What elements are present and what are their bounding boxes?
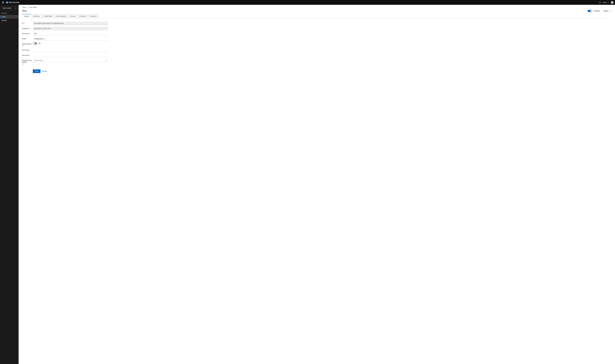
avatar-icon (611, 2, 613, 3)
id-label: ID * (22, 22, 33, 24)
breadcrumb-current: User details (29, 7, 37, 8)
top-header: KEYCLOAK ? demo (0, 0, 615, 5)
header-left: KEYCLOAK (1, 1, 20, 4)
enabled-switch[interactable] (588, 10, 592, 12)
action-dropdown-button[interactable]: Action (602, 9, 612, 13)
page-header-actions: Enabled Action (588, 9, 612, 13)
menu-toggle-button[interactable] (1, 1, 4, 4)
realm-selector[interactable]: demo-demo (1, 6, 17, 10)
header-right: ? demo (599, 1, 614, 4)
first-name-field[interactable] (33, 48, 108, 52)
caret-down-icon (15, 8, 16, 8)
select-placeholder: Select action (34, 59, 43, 61)
required-actions-label: Required user actions? (22, 59, 33, 65)
email-verified-switch[interactable] (33, 42, 37, 44)
username-label: Username * (22, 32, 33, 35)
username-field[interactable] (33, 32, 108, 35)
last-name-field[interactable] (33, 53, 108, 57)
switch-knob (33, 42, 35, 44)
sidebar-item-groups[interactable]: Groups (0, 19, 19, 22)
username-label: demo (603, 1, 607, 3)
breadcrumb: Users ❯ User details (22, 7, 612, 8)
caret-down-icon (106, 60, 107, 61)
save-button[interactable]: Save (33, 69, 41, 73)
help-icon[interactable]: ? (23, 45, 24, 47)
caret-down-icon (609, 11, 610, 11)
sidebar-section-label: Manage (0, 11, 19, 15)
main-content: Users ❯ User details Test Enabled Action… (19, 5, 615, 364)
revert-button[interactable]: Revert (42, 69, 47, 73)
hamburger-icon (2, 2, 4, 3)
user-menu-dropdown[interactable]: demo (603, 1, 609, 3)
breadcrumb-root-link[interactable]: Users (22, 7, 26, 8)
help-icon[interactable]: ? (22, 64, 24, 65)
tabs: Details Attributes Credentials Role mapp… (22, 14, 612, 18)
logo-text: KEYCLOAK (9, 1, 20, 3)
tab-credentials[interactable]: Credentials (42, 14, 54, 18)
tab-groups[interactable]: Groups (68, 14, 77, 18)
page-header: Test Enabled Action (22, 9, 612, 13)
last-name-label: Last name (22, 53, 33, 56)
email-label: Email (22, 37, 33, 40)
form-actions: Save Revert (22, 69, 108, 73)
avatar[interactable] (611, 1, 614, 4)
sidebar-item-label: Groups (1, 19, 7, 21)
caret-down-icon (608, 2, 609, 3)
id-field (33, 22, 108, 25)
tab-sessions[interactable]: Sessions (88, 14, 99, 18)
email-verified-value: Off (38, 42, 40, 44)
switch-knob (590, 10, 592, 12)
first-name-label: First name (22, 48, 33, 51)
tab-attributes[interactable]: Attributes (31, 14, 42, 18)
logo-icon (6, 1, 8, 4)
enabled-switch-label: Enabled (594, 10, 600, 12)
sidebar: demo-demo Manage Users Groups (0, 5, 19, 364)
realm-name: demo-demo (3, 7, 11, 9)
created-at-label: Created at * (22, 27, 33, 29)
required-actions-select[interactable]: Select action (33, 59, 108, 62)
page-title: Test (22, 10, 27, 12)
email-field[interactable] (33, 37, 108, 40)
chevron-right-icon: ❯ (27, 7, 28, 8)
created-at-field (33, 27, 108, 30)
help-icon[interactable]: ? (599, 1, 601, 3)
svg-point-0 (612, 2, 613, 2)
sidebar-item-users[interactable]: Users (0, 15, 19, 19)
action-label: Action (603, 10, 608, 12)
user-form: ID * Created at * Username * Email (22, 22, 108, 73)
logo[interactable]: KEYCLOAK (6, 1, 20, 4)
sidebar-item-label: Users (1, 16, 6, 18)
tab-consents[interactable]: Consents (77, 14, 88, 18)
tab-role-mapping[interactable]: Role mapping (54, 14, 68, 18)
tab-details[interactable]: Details (22, 14, 31, 18)
email-verified-label: Email verified? (22, 42, 33, 47)
